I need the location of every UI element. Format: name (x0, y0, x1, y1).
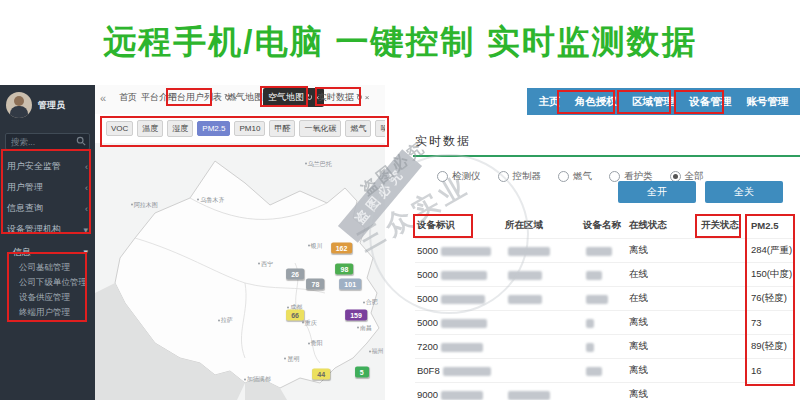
nav-item-1[interactable]: 角色授权 (575, 95, 617, 109)
filter-温度[interactable]: 温度 (137, 120, 163, 137)
sidebar-subitem-3[interactable]: 终端用户管理 (0, 305, 95, 320)
map-value-marker[interactable]: 66 (286, 310, 304, 321)
avatar (6, 92, 32, 118)
cell-online-status: 离线 (627, 335, 699, 359)
realtime-data-table: 设备标识所在区域设备名称在线状态开关状态PM2.5 5000离线284(严重)5… (415, 213, 795, 400)
sidebar-item-2[interactable]: 信息查询‹ (0, 198, 95, 219)
city-dot-icon (131, 204, 133, 206)
radio-控制器[interactable]: 控制器 (498, 170, 542, 183)
redacted-text (586, 367, 602, 376)
table-row: B0F8离线16 (415, 359, 795, 383)
refresh-icon[interactable]: ↻ (356, 93, 363, 102)
tab-label: 燃气地图 (227, 92, 263, 102)
city-dot-icon (302, 322, 304, 324)
redacted-text (441, 271, 487, 280)
main-row: 管理员 用户安全监管‹用户管理‹信息查询‹设备管理机构▾ 信息 ▾ 公司基础管理… (0, 85, 800, 400)
redacted-text (586, 271, 602, 280)
cell-device-name (581, 287, 627, 311)
cell-pm25: 73 (749, 311, 795, 335)
map-value-marker[interactable]: 159 (345, 310, 367, 321)
cell-online-status: 离线 (627, 239, 699, 263)
chevron-icon: ‹ (85, 162, 88, 172)
tab-0[interactable]: 首页 (119, 91, 137, 104)
close-icon[interactable]: × (365, 93, 370, 102)
sidebar-subitem-2[interactable]: 设备供应管理 (0, 290, 95, 305)
radio-检测仪[interactable]: 检测仪 (437, 170, 481, 183)
map-value-marker[interactable]: 44 (312, 369, 330, 380)
map-city-label: 阿拉木图 (131, 200, 158, 209)
city-dot-icon (308, 245, 310, 247)
nav-item-3[interactable]: 设备管理 (689, 95, 731, 109)
nav-item-4[interactable]: 账号管理 (746, 95, 788, 109)
map-value-marker[interactable]: 101 (339, 279, 361, 290)
management-panel: 主页角色授权区域管理设备管理账号管理 实时数据 检测仪控制器燃气看护类全部 全开… (385, 85, 800, 400)
cell-region (503, 383, 581, 400)
collapse-sidebar-icon[interactable]: « (100, 92, 106, 104)
radio-icon (437, 171, 448, 182)
refresh-icon[interactable]: ↻ (306, 93, 313, 102)
map-value-marker[interactable]: 5 (355, 366, 369, 377)
filter-湿度[interactable]: 湿度 (167, 120, 193, 137)
map-value-marker[interactable]: 98 (335, 263, 353, 274)
china-air-quality-map[interactable]: 乌兰巴托乌鲁木齐阿拉木图银川西宁拉萨成都重庆合肥南昌贵阳昆明福州加德满都1629… (95, 143, 385, 400)
redacted-text (508, 391, 550, 400)
filter-一氧化碳[interactable]: 一氧化碳 (299, 120, 341, 137)
sidebar-item-1[interactable]: 用户管理‹ (0, 177, 95, 198)
cell-online-status: 离线 (627, 311, 699, 335)
cell-pm25: 89(轻度) (749, 335, 795, 359)
cell-pm25: 76(轻度) (749, 287, 795, 311)
sidebar-item-label: 设备管理机构 (7, 223, 61, 236)
redacted-text (586, 295, 608, 304)
map-city-label: 银川 (308, 241, 323, 250)
cell-device-name (581, 359, 627, 383)
sidebar-subitem-0[interactable]: 公司基础管理 (0, 260, 95, 275)
sidebar-item-label: 用户安全监管 (7, 160, 61, 173)
cell-device-id: 7200 (415, 335, 503, 359)
radio-燃气[interactable]: 燃气 (558, 170, 592, 183)
filter-PM2.5[interactable]: PM2.5 (197, 121, 230, 136)
redacted-text (443, 367, 491, 376)
city-dot-icon (357, 327, 359, 329)
filter-燃气[interactable]: 燃气 (345, 120, 371, 137)
tab-5[interactable]: 实时数据↻× (318, 91, 369, 104)
city-dot-icon (244, 378, 246, 380)
redacted-text (441, 343, 483, 352)
map-value-marker[interactable]: 26 (286, 269, 304, 280)
nav-item-2[interactable]: 区域管理 (632, 95, 674, 109)
tab-label: 平台用户列表 (168, 92, 222, 102)
sidebar-group-label: 信息 (13, 246, 31, 259)
city-dot-icon (284, 358, 286, 360)
search-row (5, 133, 90, 150)
all-off-button[interactable]: 全关 (705, 181, 783, 203)
sidebar-item-label: 用户管理 (7, 181, 43, 194)
cell-region (503, 239, 581, 263)
filter-甲醛[interactable]: 甲醛 (269, 120, 295, 137)
cell-device-name (581, 335, 627, 359)
map-value-marker[interactable]: 162 (331, 243, 353, 254)
map-city-label: 西宁 (258, 259, 273, 268)
filter-VOC[interactable]: VOC (106, 121, 133, 136)
table-row: 5000离线284(严重) (415, 239, 795, 263)
sidebar-item-label: 信息查询 (7, 202, 43, 215)
table-row: 9000离线 (415, 383, 795, 400)
cell-switch-status (699, 263, 749, 287)
map-city-label: 重庆 (302, 318, 317, 327)
sidebar-item-3[interactable]: 设备管理机构▾ (0, 219, 95, 240)
filter-PM10[interactable]: PM10 (234, 121, 265, 136)
cell-region (503, 287, 581, 311)
table-row: 7200离线89(轻度) (415, 335, 795, 359)
sidebar-subitem-1[interactable]: 公司下级单位管理 (0, 275, 95, 290)
radio-label: 控制器 (513, 170, 542, 183)
cell-device-name (581, 263, 627, 287)
workspace: « 首页平台介绍平台用户列表↻×燃气地图↻空气地图↻×实时数据↻× VOC温度湿… (95, 85, 385, 400)
map-value-marker[interactable]: 78 (306, 279, 324, 290)
sidebar-item-0[interactable]: 用户安全监管‹ (0, 156, 95, 177)
all-on-button[interactable]: 全开 (618, 181, 696, 203)
nav-item-0[interactable]: 主页 (539, 95, 560, 109)
cell-pm25: 150(中度) (749, 263, 795, 287)
table-row: 5000离线73 (415, 311, 795, 335)
sidebar: 管理员 用户安全监管‹用户管理‹信息查询‹设备管理机构▾ 信息 ▾ 公司基础管理… (0, 85, 95, 400)
sidebar-group-info[interactable]: 信息 ▾ (0, 244, 95, 260)
cell-device-name (581, 383, 627, 400)
tab-4[interactable]: 空气地图↻× (263, 88, 324, 107)
